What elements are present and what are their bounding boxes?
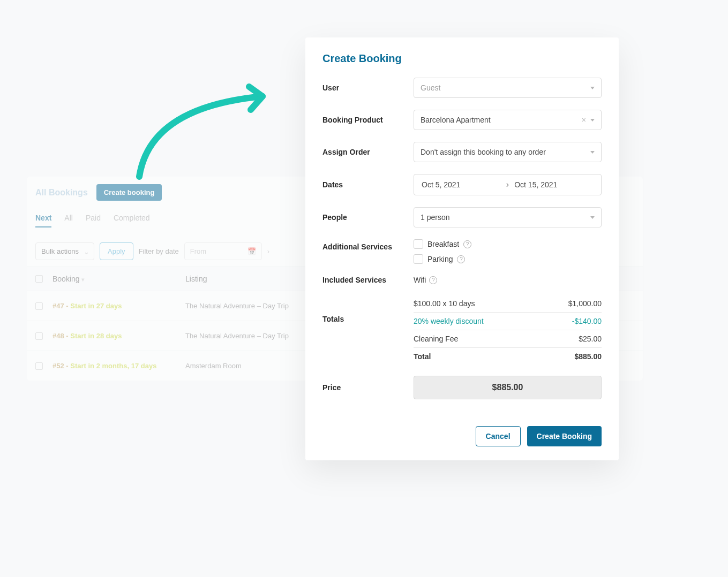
date-range-input[interactable]: Oct 5, 2021 › Oct 15, 2021 [414, 174, 602, 195]
from-date-input[interactable]: From 📅 [184, 242, 262, 260]
tab-paid[interactable]: Paid [86, 214, 101, 227]
column-booking[interactable]: Booking ▾ [52, 275, 176, 283]
product-select[interactable]: Barcelona Apartment × [414, 110, 602, 130]
chevron-down-icon [590, 216, 595, 219]
assign-label: Assign Order [322, 148, 414, 156]
booking-badge: Start in 2 months, 17 days [70, 362, 156, 370]
assign-order-select[interactable]: Don't assign this booking to any order [414, 142, 602, 162]
select-all-checkbox[interactable] [35, 275, 43, 283]
product-label: Booking Product [322, 116, 414, 124]
chevron-down-icon [590, 87, 595, 89]
sort-icon: ▾ [81, 276, 85, 283]
total-label: Total [414, 352, 431, 361]
tab-next[interactable]: Next [35, 214, 51, 227]
price-display: $885.00 [414, 376, 602, 399]
parking-label: Parking [427, 255, 453, 263]
tab-completed[interactable]: Completed [114, 214, 150, 227]
row-checkbox[interactable] [35, 362, 43, 370]
dates-label: Dates [322, 180, 414, 189]
breakfast-label: Breakfast [427, 240, 459, 248]
totals-block: $100.00 x 10 days $1,000.00 20% weekly d… [414, 296, 602, 364]
booking-id: #52 [52, 362, 64, 370]
filter-by-date-label: Filter by date [139, 247, 179, 255]
fee-value: $25.00 [579, 335, 602, 343]
row-checkbox[interactable] [35, 332, 43, 340]
fee-label: Cleaning Fee [414, 335, 458, 343]
row-checkbox[interactable] [35, 302, 43, 310]
help-icon[interactable]: ? [429, 276, 437, 284]
help-icon[interactable]: ? [457, 255, 465, 263]
user-label: User [322, 83, 414, 92]
total-value: $885.00 [574, 352, 602, 361]
booking-badge: Start in 28 days [70, 332, 122, 340]
chevron-down-icon: ⌄ [84, 247, 89, 255]
apply-button[interactable]: Apply [100, 242, 133, 260]
create-booking-submit-button[interactable]: Create Booking [527, 426, 602, 446]
breakfast-checkbox[interactable] [414, 239, 423, 249]
price-label: Price [322, 383, 414, 392]
help-icon[interactable]: ? [463, 240, 471, 248]
create-booking-modal: Create Booking User Guest Booking Produc… [305, 37, 619, 460]
tab-all[interactable]: All [64, 214, 73, 227]
people-select[interactable]: 1 person [414, 207, 602, 227]
end-date: Oct 15, 2021 [514, 180, 594, 189]
calendar-icon: 📅 [247, 247, 256, 255]
included-services-label: Included Services [322, 276, 414, 284]
arrow-right-icon: › [267, 247, 269, 255]
booking-id: #48 [52, 332, 64, 340]
discount-label: 20% weekly discount [414, 317, 484, 325]
start-date: Oct 5, 2021 [422, 180, 501, 189]
modal-title: Create Booking [322, 52, 602, 65]
rate-line-value: $1,000.00 [568, 299, 602, 308]
arrow-right-icon: › [506, 180, 509, 189]
additional-services-label: Additional Services [322, 239, 414, 251]
chevron-down-icon [590, 119, 595, 122]
cancel-button[interactable]: Cancel [476, 426, 521, 446]
discount-value: -$140.00 [572, 317, 602, 325]
people-label: People [322, 213, 414, 222]
chevron-down-icon [590, 151, 595, 154]
create-booking-button[interactable]: Create booking [96, 184, 162, 201]
user-select[interactable]: Guest [414, 78, 602, 98]
page-title: All Bookings [35, 188, 88, 198]
parking-checkbox[interactable] [414, 254, 423, 264]
rate-line-label: $100.00 x 10 days [414, 299, 475, 308]
wifi-label: Wifi [414, 276, 426, 284]
bulk-actions-select[interactable]: Bulk actions ⌄ [35, 242, 94, 260]
booking-badge: Start in 27 days [70, 302, 122, 310]
clear-icon[interactable]: × [582, 116, 586, 124]
annotation-arrow-icon [123, 80, 295, 187]
booking-id: #47 [52, 302, 64, 310]
totals-label: Totals [322, 296, 414, 323]
